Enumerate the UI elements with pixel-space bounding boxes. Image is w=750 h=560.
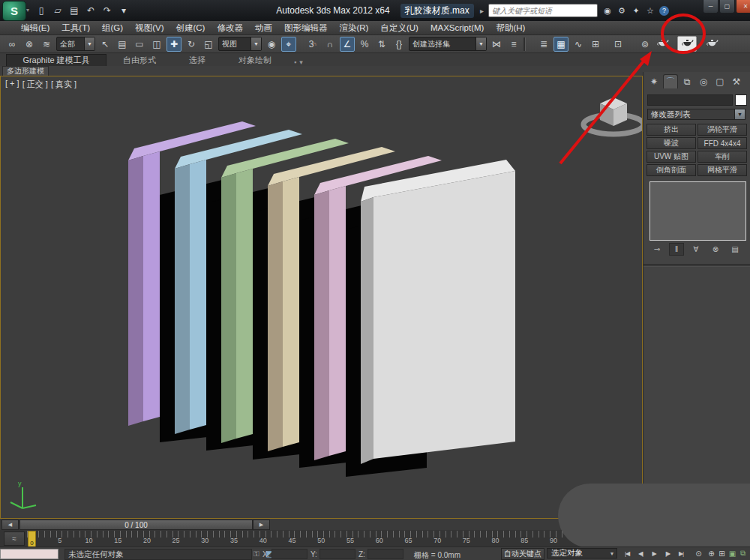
viewport-pov-menu[interactable]: [ 正交 ] <box>22 79 48 90</box>
blue-board-front[interactable] <box>190 160 206 430</box>
previous-frame-arrow[interactable]: ◀ <box>2 520 19 530</box>
selection-filter-dropdown[interactable]: 全部▼ <box>56 37 95 51</box>
polygon-modeling-panel-chip[interactable]: 多边形建模 <box>2 66 49 76</box>
snap-toggle-icon[interactable]: ∩ <box>322 37 338 52</box>
show-end-result-icon[interactable]: ‖ <box>669 243 684 256</box>
zoom-extents-icon[interactable]: ▣ <box>728 548 737 559</box>
redo-icon[interactable]: ↷ <box>100 4 114 17</box>
menu-5[interactable]: 修改器 <box>211 21 249 34</box>
pink-board-front[interactable] <box>329 186 346 456</box>
go-to-end-button[interactable]: ▶| <box>675 548 687 559</box>
reference-coordinate-dropdown[interactable]: 视图▼ <box>218 37 262 51</box>
go-to-start-button[interactable]: |◀ <box>621 548 633 559</box>
display-tab[interactable]: ▢ <box>712 74 728 88</box>
remove-modifier-icon[interactable]: ⊗ <box>708 243 723 256</box>
menu-2[interactable]: 组(G) <box>96 21 129 34</box>
utilities-tab[interactable]: ⚒ <box>729 74 744 88</box>
modifier-button-2[interactable]: 噪波 <box>646 137 696 149</box>
select-object-icon[interactable]: ↖ <box>98 37 112 52</box>
y-coordinate-field[interactable] <box>320 549 356 559</box>
material-editor-icon[interactable]: ⊚ <box>638 37 652 52</box>
maximize-button[interactable]: ▢ <box>719 0 735 13</box>
next-frame-arrow[interactable]: ▶ <box>253 520 270 530</box>
save-file-icon[interactable]: ▤ <box>68 4 81 17</box>
key-mode-toggle[interactable]: ⊙ <box>693 548 704 559</box>
close-button[interactable]: ✕ <box>736 0 750 13</box>
modifier-button-4[interactable]: UVW 贴图 <box>646 151 696 163</box>
modifier-button-0[interactable]: 挤出 <box>646 124 696 136</box>
modifier-button-1[interactable]: 涡轮平滑 <box>698 124 747 136</box>
green-board-side[interactable] <box>221 173 236 443</box>
rendered-frame-window-icon[interactable] <box>677 36 697 52</box>
layer-manager-icon[interactable]: ≣ <box>536 37 551 52</box>
tan-board-side[interactable] <box>268 181 283 451</box>
make-unique-icon[interactable]: ∀ <box>688 243 704 256</box>
z-coordinate-field[interactable] <box>368 549 404 559</box>
select-and-rotate-icon[interactable]: ↻ <box>184 37 199 52</box>
spinner-snap-icon[interactable]: ⇅ <box>374 37 389 52</box>
create-tab[interactable]: ✷ <box>646 74 662 88</box>
menu-9[interactable]: 自定义(U) <box>374 21 424 34</box>
rectangular-selection-region-icon[interactable]: ▭ <box>132 37 147 52</box>
favorites-icon[interactable]: ☆ <box>645 6 656 16</box>
green-board-front[interactable] <box>236 169 253 439</box>
modifier-button-5[interactable]: 车削 <box>698 151 747 163</box>
menu-1[interactable]: 工具(T) <box>56 21 96 34</box>
previous-frame-button[interactable]: ◀| <box>634 548 646 559</box>
select-and-manipulate-icon[interactable]: ⌖ <box>281 37 296 52</box>
track-bar[interactable]: ≈ 0 510152025303540455055606570758085909… <box>0 530 643 547</box>
chevron-down-icon[interactable]: ▼ <box>84 37 94 50</box>
mini-curve-editor-button[interactable]: ≈ <box>4 532 25 546</box>
selection-set-dropdown[interactable]: 选定对象 ▼ <box>547 548 617 559</box>
menu-11[interactable]: 帮助(H) <box>490 21 531 34</box>
tab-graphite-modeling[interactable]: Graphite 建模工具 <box>6 54 106 66</box>
menu-3[interactable]: 视图(V) <box>129 21 170 34</box>
auto-key-button[interactable]: 自动关键点 <box>501 548 544 560</box>
maxscript-mini-listener[interactable] <box>0 549 58 559</box>
render-setup-icon[interactable] <box>655 37 670 52</box>
curve-editor-icon[interactable]: ∿ <box>571 37 586 52</box>
select-by-name-icon[interactable]: ▤ <box>115 37 130 52</box>
infocenter-expand-icon[interactable]: ▸ <box>480 7 484 15</box>
scene-explorer-icon[interactable]: ⊡ <box>610 37 626 52</box>
minimize-button[interactable]: ─ <box>703 0 718 13</box>
menu-8[interactable]: 渲染(R) <box>333 21 374 34</box>
tan-board-front[interactable] <box>283 177 299 447</box>
percent-snap-icon[interactable]: % <box>357 37 372 52</box>
current-frame-marker[interactable]: 0 <box>28 531 36 547</box>
ribbon-minimize-icon[interactable]: ▪▾ <box>294 58 303 66</box>
tab-selection[interactable]: 选择 <box>172 55 222 66</box>
modify-tab[interactable]: ⌒ <box>663 74 678 88</box>
communication-center-icon[interactable]: ✦ <box>631 6 641 16</box>
hierarchy-tab[interactable]: ⧉ <box>680 74 694 88</box>
bind-to-space-warp-icon[interactable]: ≋ <box>39 37 54 52</box>
zoom-icon[interactable]: ⊕ <box>706 548 716 559</box>
blue-board-side[interactable] <box>175 164 190 434</box>
search-input[interactable] <box>488 4 598 17</box>
configure-modifier-sets-icon[interactable]: ▤ <box>728 243 742 256</box>
chevron-down-icon[interactable]: ▼ <box>476 37 486 50</box>
edit-named-selection-sets-icon[interactable]: {} <box>392 37 406 52</box>
angle-snap-icon[interactable]: ∠ <box>340 37 355 52</box>
object-name-field[interactable] <box>647 94 733 106</box>
use-pivot-center-icon[interactable]: ◉ <box>264 37 279 52</box>
toolbar-options-icon[interactable]: ▾ <box>117 4 130 17</box>
mirror-icon[interactable]: ⋈ <box>489 37 504 52</box>
white-board-side[interactable] <box>361 197 374 464</box>
unlink-selection-icon[interactable]: ⊗ <box>22 37 37 52</box>
next-frame-button[interactable]: |▶ <box>662 548 674 559</box>
tab-freeform[interactable]: 自由形式 <box>106 55 172 66</box>
time-slider-handle[interactable]: 0 / 100 <box>20 520 253 530</box>
menu-10[interactable]: MAXScript(M) <box>424 21 490 34</box>
select-and-scale-icon[interactable]: ◱ <box>201 37 216 52</box>
named-selection-sets-dropdown[interactable]: 创建选择集▼ <box>409 37 487 51</box>
modifier-list-dropdown[interactable]: 修改器列表 ▼ <box>647 109 746 120</box>
menu-0[interactable]: 编辑(E) <box>15 21 56 34</box>
menu-6[interactable]: 动画 <box>249 21 278 34</box>
help-icon[interactable]: ? <box>659 6 669 16</box>
new-file-icon[interactable]: ▯ <box>34 4 48 17</box>
purple-board-front[interactable] <box>143 151 160 421</box>
viewport[interactable]: y [ + ] [ 正交 ] [ 真实 ] <box>0 76 643 519</box>
render-production-icon[interactable] <box>704 37 719 52</box>
menu-7[interactable]: 图形编辑器 <box>278 21 334 34</box>
